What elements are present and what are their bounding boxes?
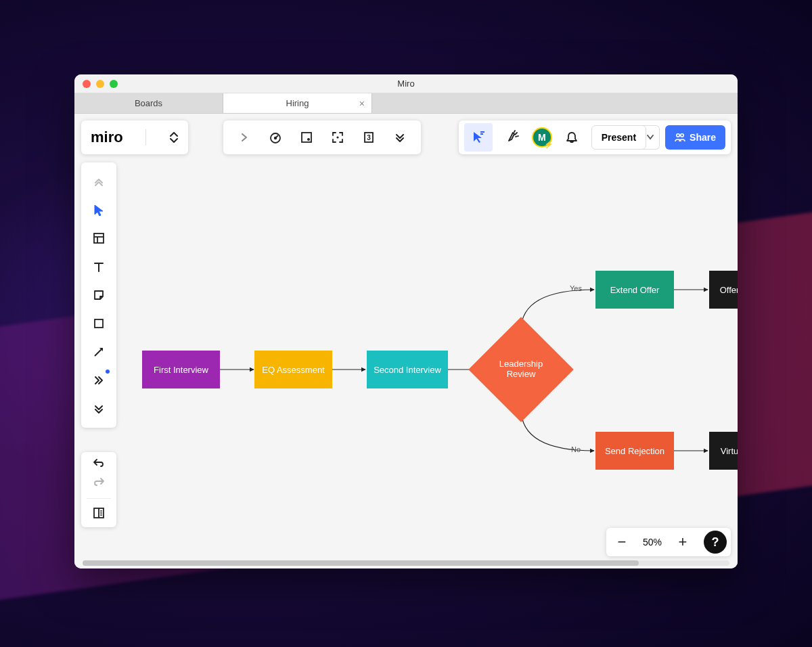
right-toolbar: M Present Share xyxy=(459,120,731,154)
node-second-interview[interactable]: Second Interview xyxy=(367,351,448,388)
node-label: First Interview xyxy=(154,365,208,375)
board-content[interactable]: First Interview EQ Assessment Second Int… xyxy=(74,114,738,568)
tab-label: Hiring xyxy=(286,98,309,108)
close-tab-button[interactable]: × xyxy=(359,98,365,109)
node-extend-offer[interactable]: Extend Offer xyxy=(595,271,674,309)
svg-text:3: 3 xyxy=(367,134,371,141)
people-icon xyxy=(675,132,685,143)
edge-label-yes: Yes xyxy=(570,284,582,292)
fit-button[interactable] xyxy=(323,123,352,152)
node-label: Second Interview xyxy=(374,365,441,375)
toolbar-more-button[interactable] xyxy=(386,123,414,152)
node-label: Offer xyxy=(720,285,738,295)
tab-label: Boards xyxy=(135,98,162,108)
svg-rect-17 xyxy=(94,233,104,243)
logo-panel: miro xyxy=(81,120,188,154)
present-label: Present xyxy=(602,132,636,143)
svg-line-21 xyxy=(95,349,102,356)
zoom-value[interactable]: 50% xyxy=(639,537,666,548)
notifications-button[interactable] xyxy=(558,123,586,152)
share-button[interactable]: Share xyxy=(665,125,725,150)
undo-button[interactable] xyxy=(92,458,106,471)
collapse-tools-button[interactable] xyxy=(84,168,114,195)
node-label: Send Rejection xyxy=(605,446,664,456)
node-send-rejection[interactable]: Send Rejection xyxy=(595,432,674,470)
svg-point-16 xyxy=(681,134,683,137)
history-column xyxy=(81,452,116,527)
node-eq-assessment[interactable]: EQ Assessment xyxy=(254,351,332,388)
logo[interactable]: miro xyxy=(91,129,123,146)
reactions-button[interactable] xyxy=(498,123,526,152)
select-tool[interactable] xyxy=(84,196,114,223)
svg-rect-8 xyxy=(302,133,311,142)
timer-button[interactable] xyxy=(261,123,290,152)
node-label: Extend Offer xyxy=(610,285,660,295)
tool-column xyxy=(81,162,116,428)
present-button[interactable]: Present xyxy=(591,125,646,150)
tab-strip: Boards Hiring × xyxy=(74,93,738,114)
board-switcher[interactable] xyxy=(169,131,179,143)
svg-point-10 xyxy=(336,136,338,138)
share-label: Share xyxy=(690,132,716,143)
node-offer[interactable]: Offer xyxy=(709,271,738,309)
more-tools-button[interactable] xyxy=(84,367,114,394)
avatar[interactable]: M xyxy=(532,127,552,148)
node-first-interview[interactable]: First Interview xyxy=(142,351,220,388)
edge-label-no: No xyxy=(571,445,581,453)
expand-tools-button[interactable] xyxy=(84,395,114,422)
node-label: Virtu xyxy=(721,446,738,456)
app-window: Miro Boards Hiring × xyxy=(74,74,738,568)
tab-hiring[interactable]: Hiring × xyxy=(223,93,372,113)
scrollbar-thumb[interactable] xyxy=(83,560,639,566)
window-title: Miro xyxy=(74,79,738,89)
templates-tool[interactable] xyxy=(84,225,114,252)
new-indicator-icon xyxy=(106,370,110,374)
text-tool[interactable] xyxy=(84,253,114,280)
tab-boards[interactable]: Boards xyxy=(74,93,223,113)
redo-button[interactable] xyxy=(92,476,106,490)
sticky-tool[interactable] xyxy=(84,282,114,309)
frame-button[interactable] xyxy=(292,123,321,152)
line-tool[interactable] xyxy=(84,338,114,365)
canvas[interactable]: First Interview EQ Assessment Second Int… xyxy=(74,114,738,568)
collab-cursor-button[interactable] xyxy=(464,123,493,152)
node-label: EQ Assessment xyxy=(262,365,324,375)
shape-tool[interactable] xyxy=(84,310,114,337)
zoom-in-button[interactable]: + xyxy=(671,531,694,554)
svg-rect-20 xyxy=(95,319,103,328)
avatar-initial: M xyxy=(538,132,546,143)
minimap-button[interactable] xyxy=(93,507,105,522)
zoom-out-button[interactable]: − xyxy=(610,531,633,554)
divider xyxy=(87,498,111,499)
center-toolbar: 3 xyxy=(223,120,421,154)
path-expand-button[interactable] xyxy=(230,123,258,152)
node-label: Leadership Review xyxy=(487,359,555,379)
divider xyxy=(145,129,146,146)
svg-point-9 xyxy=(307,138,310,141)
node-virtual[interactable]: Virtu xyxy=(709,432,738,470)
help-button[interactable]: ? xyxy=(704,531,727,554)
voting-button[interactable]: 3 xyxy=(355,123,383,152)
svg-point-15 xyxy=(677,134,679,137)
titlebar: Miro xyxy=(74,74,738,93)
horizontal-scrollbar[interactable] xyxy=(83,560,729,566)
zoom-panel: − 50% + ? xyxy=(606,528,731,556)
present-dropdown[interactable] xyxy=(641,125,660,150)
